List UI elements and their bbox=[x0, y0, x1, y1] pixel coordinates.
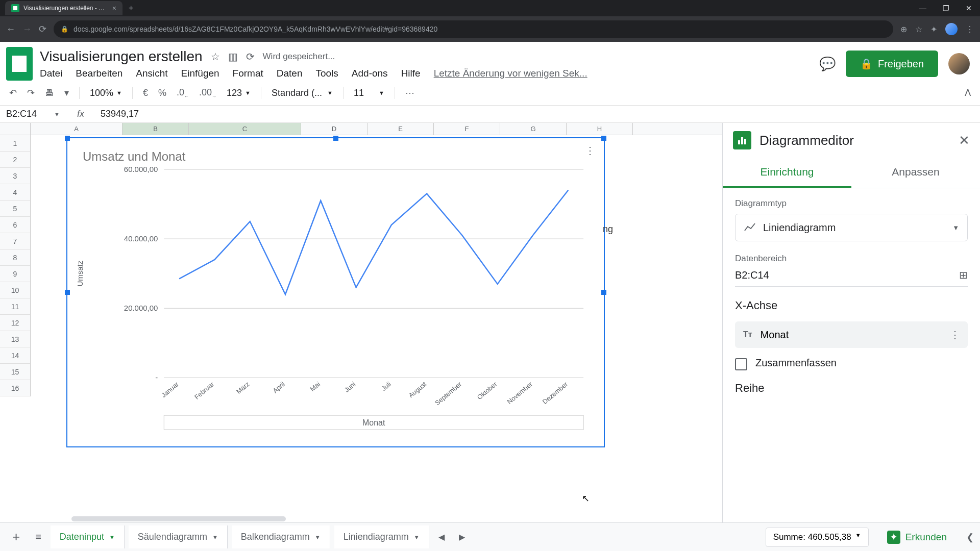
row-header[interactable]: 12 bbox=[0, 315, 30, 331]
menu-data[interactable]: Daten bbox=[277, 68, 303, 79]
chart-menu-icon[interactable]: ⋮ bbox=[585, 144, 595, 157]
sum-display[interactable]: Summe: 460.505,38▼ bbox=[766, 528, 869, 547]
tab-customize[interactable]: Anpassen bbox=[851, 158, 980, 188]
last-edit-link[interactable]: Letzte Änderung vor wenigen Sek... bbox=[434, 68, 587, 79]
name-box-dropdown-icon[interactable]: ▼ bbox=[54, 111, 60, 117]
cell-reference[interactable]: B2:C14 bbox=[6, 109, 47, 119]
lock-share-icon: 🔒 bbox=[860, 58, 873, 70]
browser-tab[interactable]: Visualisierungen erstellen - Goo... × bbox=[5, 1, 122, 15]
row-header[interactable]: 2 bbox=[0, 152, 30, 168]
formula-value[interactable]: 53949,17 bbox=[101, 109, 139, 119]
col-header[interactable]: F bbox=[434, 123, 500, 135]
spreadsheet-area[interactable]: A B C D E F G H 12345678910111213141516 … bbox=[0, 123, 722, 522]
doc-title[interactable]: Visualisierungen erstellen bbox=[40, 48, 203, 65]
select-all-corner[interactable] bbox=[0, 123, 31, 135]
menu-help[interactable]: Hilfe bbox=[401, 68, 421, 79]
fontsize-dropdown[interactable]: 11 ▼ bbox=[354, 88, 384, 98]
row-header[interactable]: 5 bbox=[0, 201, 30, 217]
comments-icon[interactable]: 💬 bbox=[819, 56, 836, 72]
maximize-button[interactable]: ❐ bbox=[939, 2, 953, 14]
minimize-button[interactable]: — bbox=[915, 2, 930, 14]
bookmark-icon[interactable]: ☆ bbox=[915, 24, 922, 34]
menu-addons[interactable]: Add-ons bbox=[352, 68, 388, 79]
sheet-nav-right[interactable]: ▶ bbox=[454, 532, 470, 542]
zoom-icon[interactable]: ⊕ bbox=[900, 24, 907, 34]
chart-type-select[interactable]: Liniendiagramm ▼ bbox=[735, 214, 968, 241]
row-header[interactable]: 7 bbox=[0, 233, 30, 249]
menu-view[interactable]: Ansicht bbox=[136, 68, 167, 79]
col-header[interactable]: C bbox=[189, 123, 301, 135]
redo-button[interactable]: ↷ bbox=[27, 87, 35, 98]
undo-button[interactable]: ↶ bbox=[9, 87, 17, 98]
row-header[interactable]: 6 bbox=[0, 217, 30, 233]
font-dropdown[interactable]: Standard (... ▼ bbox=[272, 88, 333, 98]
share-button[interactable]: 🔒 Freigeben bbox=[846, 51, 938, 77]
sheet-tab-liniendiagramm[interactable]: Liniendiagramm▼ bbox=[334, 525, 429, 548]
row-header[interactable]: 14 bbox=[0, 347, 30, 364]
new-tab-button[interactable]: + bbox=[129, 4, 133, 13]
explore-button[interactable]: ✦ Erkunden bbox=[879, 527, 955, 548]
collapse-toolbar-button[interactable]: ᐱ bbox=[965, 87, 971, 98]
decrease-decimal-button[interactable]: .0← bbox=[177, 87, 189, 99]
increase-decimal-button[interactable]: .00→ bbox=[199, 87, 216, 99]
row-header[interactable]: 15 bbox=[0, 364, 30, 380]
currency-button[interactable]: € bbox=[143, 88, 148, 98]
number-format-dropdown[interactable]: 123 ▼ bbox=[227, 88, 251, 98]
extension-icon[interactable]: ✦ bbox=[930, 24, 937, 34]
col-header[interactable]: D bbox=[301, 123, 368, 135]
close-tab-icon[interactable]: × bbox=[112, 4, 116, 12]
data-range-input[interactable]: B2:C14 bbox=[735, 269, 953, 281]
menu-insert[interactable]: Einfügen bbox=[181, 68, 219, 79]
chevron-down-icon: ▼ bbox=[952, 224, 959, 232]
star-icon[interactable]: ☆ bbox=[211, 51, 220, 63]
col-header[interactable]: G bbox=[500, 123, 567, 135]
xaxis-menu-icon[interactable]: ⋮ bbox=[950, 329, 960, 341]
collapse-side-button[interactable]: ❮ bbox=[966, 532, 974, 543]
account-avatar[interactable] bbox=[948, 53, 970, 74]
row-header[interactable]: 16 bbox=[0, 380, 30, 396]
close-editor-button[interactable]: ✕ bbox=[959, 133, 970, 148]
row-header[interactable]: 10 bbox=[0, 282, 30, 298]
sheet-tab-balkendiagramm[interactable]: Balkendiagramm▼ bbox=[232, 525, 330, 548]
sheet-tab-saeulendiagramm[interactable]: Säulendiagramm▼ bbox=[129, 525, 228, 548]
browser-menu-icon[interactable]: ⋮ bbox=[966, 24, 974, 34]
forward-button[interactable]: → bbox=[22, 24, 32, 35]
sheet-nav-left[interactable]: ◀ bbox=[433, 532, 450, 542]
col-header[interactable]: A bbox=[31, 123, 122, 135]
row-header[interactable]: 1 bbox=[0, 135, 30, 152]
col-header[interactable]: H bbox=[567, 123, 633, 135]
close-window-button[interactable]: ✕ bbox=[962, 2, 976, 14]
add-sheet-button[interactable]: + bbox=[6, 529, 26, 545]
row-header[interactable]: 3 bbox=[0, 168, 30, 184]
col-header[interactable]: B bbox=[122, 123, 189, 135]
move-icon[interactable]: ▥ bbox=[228, 51, 238, 63]
sheets-logo-icon[interactable] bbox=[6, 47, 33, 81]
profile-avatar-icon[interactable] bbox=[945, 23, 958, 35]
row-header[interactable]: 8 bbox=[0, 249, 30, 266]
select-range-icon[interactable]: ⊞ bbox=[959, 269, 968, 281]
reload-button[interactable]: ⟳ bbox=[39, 23, 46, 35]
aggregate-checkbox[interactable] bbox=[735, 358, 747, 370]
chart-object[interactable]: ⋮ Umsatz und Monat 60.000,0040.000,0020.… bbox=[66, 137, 605, 447]
zoom-dropdown[interactable]: 100% ▼ bbox=[90, 88, 122, 98]
menu-tools[interactable]: Tools bbox=[315, 68, 338, 79]
tab-setup[interactable]: Einrichtung bbox=[723, 158, 851, 188]
more-toolbar-button[interactable]: ⋯ bbox=[405, 87, 414, 98]
horizontal-scrollbar[interactable] bbox=[71, 516, 286, 521]
row-header[interactable]: 4 bbox=[0, 184, 30, 201]
percent-button[interactable]: % bbox=[158, 88, 166, 98]
col-header[interactable]: E bbox=[368, 123, 434, 135]
menu-format[interactable]: Format bbox=[233, 68, 263, 79]
back-button[interactable]: ← bbox=[6, 24, 15, 35]
row-header[interactable]: 9 bbox=[0, 266, 30, 282]
sheet-tab-dateninput[interactable]: Dateninput▼ bbox=[51, 525, 125, 548]
row-header[interactable]: 11 bbox=[0, 298, 30, 315]
print-button[interactable]: 🖶 bbox=[45, 88, 54, 98]
row-header[interactable]: 13 bbox=[0, 331, 30, 347]
xaxis-field-select[interactable]: Tт Monat ⋮ bbox=[735, 321, 968, 348]
all-sheets-button[interactable]: ≡ bbox=[30, 531, 46, 543]
menu-file[interactable]: Datei bbox=[40, 68, 62, 79]
menu-edit[interactable]: Bearbeiten bbox=[76, 68, 122, 79]
address-bar[interactable]: 🔒 docs.google.com/spreadsheets/d/16sZAG8… bbox=[54, 20, 893, 38]
paint-format-button[interactable]: ▾ bbox=[64, 87, 69, 98]
